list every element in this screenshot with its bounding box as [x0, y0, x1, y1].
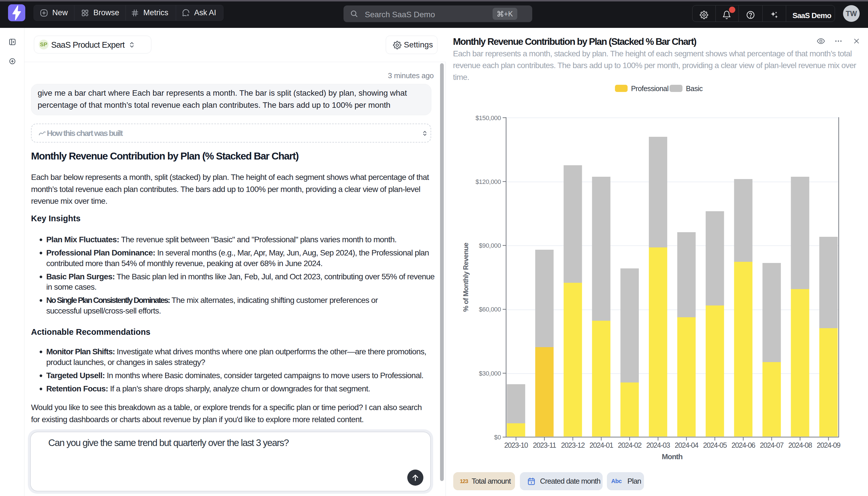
svg-text:2024-05: 2024-05 [703, 441, 727, 449]
svg-text:2024-01: 2024-01 [590, 441, 613, 449]
svg-text:2024-03: 2024-03 [646, 441, 670, 449]
svg-text:2024-09: 2024-09 [817, 441, 840, 449]
svg-text:Month: Month [662, 452, 682, 461]
svg-text:2024-04: 2024-04 [675, 441, 698, 449]
svg-text:$150,000: $150,000 [476, 114, 501, 122]
svg-text:2024-08: 2024-08 [788, 441, 812, 449]
svg-text:2023-12: 2023-12 [561, 441, 584, 449]
svg-text:$120,000: $120,000 [476, 178, 501, 185]
svg-text:$0: $0 [494, 434, 501, 441]
svg-text:$30,000: $30,000 [479, 370, 501, 377]
svg-text:% of Monthly Revenue: % of Monthly Revenue [462, 243, 470, 312]
svg-text:2023-10: 2023-10 [504, 441, 528, 449]
svg-text:$90,000: $90,000 [479, 242, 501, 249]
svg-text:$60,000: $60,000 [479, 306, 501, 313]
svg-text:2023-11: 2023-11 [533, 441, 556, 449]
svg-text:2024-02: 2024-02 [618, 441, 641, 449]
svg-text:2024-06: 2024-06 [732, 441, 755, 449]
svg-text:2024-07: 2024-07 [760, 441, 784, 449]
